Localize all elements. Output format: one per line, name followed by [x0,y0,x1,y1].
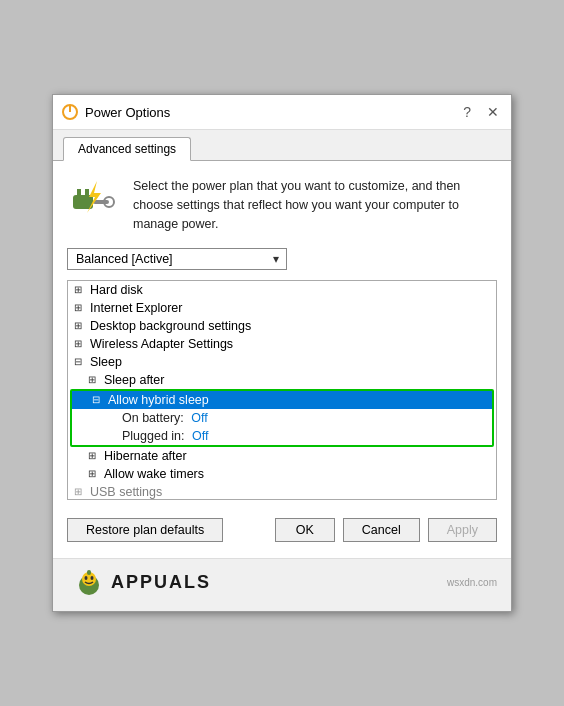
tree-item-sleep-after[interactable]: ⊞ Sleep after [68,371,496,389]
tree-label-allow-hybrid-sleep: Allow hybrid sleep [108,393,209,407]
description-text: Select the power plan that you want to c… [133,177,497,233]
tree-value-on-battery: Off [191,411,207,425]
expand-icon-allow-hybrid-sleep: ⊟ [92,394,104,405]
expand-icon-plugged-in [106,430,118,441]
window-icon [61,103,79,121]
tree-item-wireless-adapter[interactable]: ⊞ Wireless Adapter Settings [68,335,496,353]
close-button[interactable]: ✕ [483,103,503,121]
watermark-text: wsxdn.com [447,577,501,590]
plan-dropdown-wrapper[interactable]: Balanced [Active] [67,248,287,270]
tree-item-allow-hybrid-sleep[interactable]: ⊟ Allow hybrid sleep [72,391,492,409]
expand-icon-sleep-after: ⊞ [88,374,100,385]
expand-icon-hibernate-after: ⊞ [88,450,100,461]
restore-defaults-button[interactable]: Restore plan defaults [67,518,223,542]
svg-rect-4 [85,189,89,197]
svg-rect-12 [87,570,91,575]
power-plan-icon [67,175,119,227]
expand-icon-sleep: ⊟ [74,356,86,367]
tree-label-internet-explorer: Internet Explorer [90,301,182,315]
tree-label-desktop-background: Desktop background settings [90,319,251,333]
power-options-window: Power Options ? ✕ Advanced settings Sel [52,94,512,611]
description-area: Select the power plan that you want to c… [67,175,497,233]
cancel-button[interactable]: Cancel [343,518,420,542]
tree-label-usb: USB settings [90,485,162,499]
svg-rect-2 [73,195,93,209]
window-title: Power Options [85,105,170,120]
tree-label-sleep-after: Sleep after [104,373,164,387]
tab-bar: Advanced settings [53,130,511,161]
expand-icon-internet-explorer: ⊞ [74,302,86,313]
title-bar-left: Power Options [61,103,170,121]
appuals-mascot-icon [73,567,105,599]
tree-label-hard-disk: Hard disk [90,283,143,297]
expand-icon-hard-disk: ⊞ [74,284,86,295]
svg-point-11 [91,576,94,580]
expand-icon-on-battery [106,412,118,423]
tree-item-hibernate-after[interactable]: ⊞ Hibernate after [68,447,496,465]
dropdown-area: Balanced [Active] [67,248,497,270]
buttons-row: Restore plan defaults OK Cancel Apply [67,510,497,548]
expand-icon-usb: ⊞ [74,486,86,497]
appuals-logo: APPUALS [63,563,221,605]
expand-icon-desktop-background: ⊞ [74,320,86,331]
tree-label-allow-wake-timers: Allow wake timers [104,467,204,481]
tree-label-sleep: Sleep [90,355,122,369]
main-content: Select the power plan that you want to c… [53,161,511,557]
advanced-settings-tab[interactable]: Advanced settings [63,137,191,161]
tree-item-hard-disk[interactable]: ⊞ Hard disk [68,281,496,299]
help-button[interactable]: ? [459,103,475,121]
svg-rect-3 [77,189,81,197]
apply-button[interactable]: Apply [428,518,497,542]
title-bar-right: ? ✕ [459,103,503,121]
tree-item-sleep[interactable]: ⊟ Sleep [68,353,496,371]
settings-tree[interactable]: ⊞ Hard disk ⊞ Internet Explorer ⊞ Deskto… [67,280,497,500]
hybrid-sleep-group: ⊟ Allow hybrid sleep On battery: Off Plu… [70,389,494,447]
tree-label-on-battery: On battery: [122,411,187,425]
tree-item-allow-wake-timers[interactable]: ⊞ Allow wake timers [68,465,496,483]
expand-icon-wireless-adapter: ⊞ [74,338,86,349]
tree-item-on-battery[interactable]: On battery: Off [72,409,492,427]
plan-dropdown[interactable]: Balanced [Active] [67,248,287,270]
tree-label-hibernate-after: Hibernate after [104,449,187,463]
svg-point-10 [85,576,88,580]
tree-item-plugged-in[interactable]: Plugged in: Off [72,427,492,445]
tree-label-plugged-in: Plugged in: [122,429,188,443]
tree-label-wireless-adapter: Wireless Adapter Settings [90,337,233,351]
ok-button[interactable]: OK [275,518,335,542]
tree-value-plugged-in: Off [192,429,208,443]
appuals-text: APPUALS [111,572,211,593]
title-bar: Power Options ? ✕ [53,95,511,130]
tree-item-internet-explorer[interactable]: ⊞ Internet Explorer [68,299,496,317]
tree-item-usb[interactable]: ⊞ USB settings [68,483,496,500]
expand-icon-allow-wake-timers: ⊞ [88,468,100,479]
tree-item-desktop-background[interactable]: ⊞ Desktop background settings [68,317,496,335]
